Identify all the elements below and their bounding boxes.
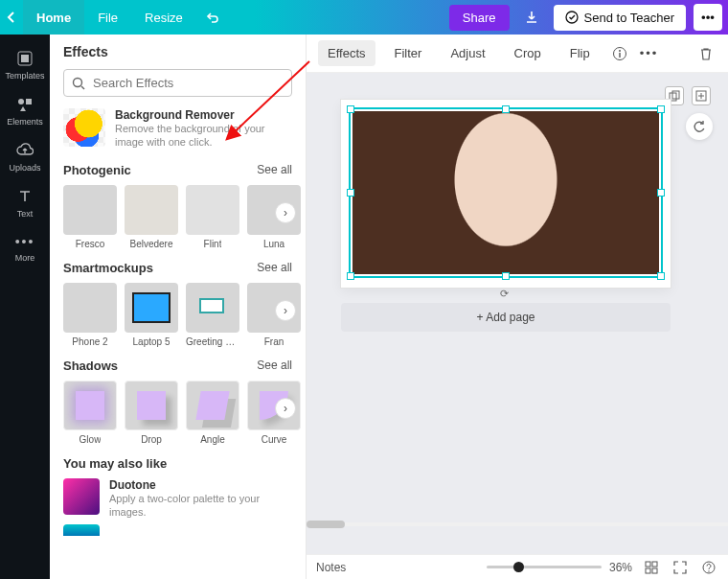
mockup-phone2[interactable]: Phone 2 (63, 283, 117, 347)
section-head-also: You may also like (63, 456, 292, 471)
horizontal-scrollbar[interactable] (307, 520, 728, 529)
text-icon (16, 188, 34, 205)
next-item-peek[interactable] (63, 524, 100, 536)
see-all-smartmockups[interactable]: See all (257, 261, 292, 274)
shadow-angle[interactable]: Angle (186, 381, 239, 445)
elements-icon (16, 96, 34, 113)
mockup-thumb (63, 283, 117, 333)
canvas-page[interactable] (341, 100, 671, 288)
resize-handle[interactable] (502, 272, 510, 280)
row-next-button[interactable]: › (275, 398, 296, 419)
share-button[interactable]: Share (449, 5, 510, 31)
undo-button[interactable] (196, 0, 229, 35)
selected-image[interactable] (353, 111, 659, 274)
info-button[interactable] (609, 43, 630, 64)
add-page-bar[interactable]: + Add page (341, 303, 671, 332)
svg-point-17 (708, 570, 709, 571)
svg-rect-13 (652, 562, 657, 567)
add-page-button[interactable] (692, 86, 711, 105)
resize-handle[interactable] (502, 105, 510, 113)
zoom-slider[interactable] (487, 566, 602, 568)
tab-adjust[interactable]: Adjust (441, 40, 494, 66)
effect-label: Flint (204, 239, 222, 249)
tab-effects[interactable]: Effects (318, 40, 375, 66)
send-to-teacher-button[interactable]: Send to Teacher (554, 5, 686, 31)
row-shadows: Glow Drop Angle Curve › (63, 381, 292, 445)
canvas-toolbar: Effects Filter Adjust Crop Flip ••• (307, 35, 728, 73)
canvas-column: Effects Filter Adjust Crop Flip ••• (307, 35, 728, 579)
row-photogenic: Fresco Belvedere Flint Luna › (63, 185, 292, 249)
notes-button[interactable]: Notes (316, 561, 346, 574)
zoom-value[interactable]: 36% (609, 561, 632, 574)
effect-fresco[interactable]: Fresco (63, 185, 117, 249)
rail-label: More (15, 253, 35, 263)
effects-panel: Effects Background Remover Remove the ba… (50, 35, 307, 579)
section-head-photogenic: Photogenic See all (63, 163, 292, 177)
svg-point-5 (74, 78, 82, 86)
tab-crop[interactable]: Crop (505, 40, 551, 66)
resize-handle[interactable] (347, 105, 354, 113)
rail-uploads[interactable]: Uploads (0, 134, 50, 180)
back-button[interactable] (0, 0, 23, 35)
reset-button[interactable] (686, 113, 713, 140)
rail-label: Text (17, 209, 34, 219)
section-title: You may also like (63, 456, 167, 471)
duotone-item[interactable]: Duotone Apply a two-color palette to you… (63, 478, 292, 520)
effect-label: Luna (263, 239, 284, 249)
resize-handle[interactable] (657, 272, 665, 280)
mockup-laptop5[interactable]: Laptop 5 (125, 283, 178, 347)
effect-belvedere[interactable]: Belvedere (125, 185, 178, 249)
rail-more[interactable]: ••• More (0, 226, 50, 270)
resize-handle[interactable] (347, 189, 354, 197)
file-menu[interactable]: File (84, 0, 131, 35)
delete-button[interactable] (695, 43, 717, 64)
toolbar-more[interactable]: ••• (640, 46, 659, 60)
shadow-label: Drop (141, 434, 162, 445)
section-title: Smartmockups (63, 261, 153, 275)
row-next-button[interactable]: › (275, 202, 296, 223)
scroll-track (307, 522, 728, 526)
resize-handle[interactable] (657, 189, 665, 197)
mockup-greeting[interactable]: Greeting car… (186, 283, 239, 347)
search-input[interactable] (93, 76, 284, 90)
panel-title: Effects (50, 35, 306, 69)
scroll-thumb[interactable] (307, 521, 345, 528)
resize-handle[interactable] (657, 105, 665, 113)
help-button[interactable] (699, 558, 718, 577)
duotone-title: Duotone (109, 478, 292, 492)
workarea[interactable]: + Add page (307, 73, 728, 554)
resize-menu[interactable]: Resize (131, 0, 196, 35)
download-button[interactable] (517, 4, 546, 31)
see-all-shadows[interactable]: See all (257, 359, 292, 372)
side-rail: Templates Elements Uploads Text ••• More (0, 35, 50, 579)
home-button[interactable]: Home (23, 0, 84, 35)
resize-handle[interactable] (347, 272, 354, 280)
topbar-more-button[interactable]: ••• (694, 4, 722, 31)
svg-point-7 (619, 50, 621, 52)
fullscreen-button[interactable] (671, 558, 690, 577)
background-remover-item[interactable]: Background Remover Remove the background… (63, 108, 292, 150)
shadow-thumb (125, 381, 178, 430)
rail-templates[interactable]: Templates (0, 42, 50, 88)
rail-text[interactable]: Text (0, 180, 50, 226)
rail-elements[interactable]: Elements (0, 88, 50, 134)
shadow-label: Angle (200, 434, 225, 445)
tab-filter[interactable]: Filter (385, 40, 432, 66)
see-all-photogenic[interactable]: See all (257, 163, 292, 176)
shadow-glow[interactable]: Glow (63, 381, 117, 445)
grid-view-button[interactable] (642, 558, 661, 577)
rail-label: Elements (7, 117, 43, 127)
section-head-shadows: Shadows See all (63, 359, 292, 373)
effect-flint[interactable]: Flint (186, 185, 239, 249)
tab-flip[interactable]: Flip (560, 40, 600, 66)
search-effects[interactable] (63, 69, 292, 97)
shadow-drop[interactable]: Drop (125, 381, 178, 445)
bg-remover-thumb (63, 108, 105, 147)
selection-frame[interactable] (349, 107, 663, 278)
row-next-button[interactable]: › (275, 300, 296, 321)
mockup-thumb (186, 283, 239, 333)
zoom-thumb[interactable] (513, 562, 524, 572)
send-to-teacher-label: Send to Teacher (584, 11, 674, 25)
duotone-desc: Apply a two-color palette to your images… (109, 492, 292, 520)
shadow-thumb (63, 381, 117, 430)
